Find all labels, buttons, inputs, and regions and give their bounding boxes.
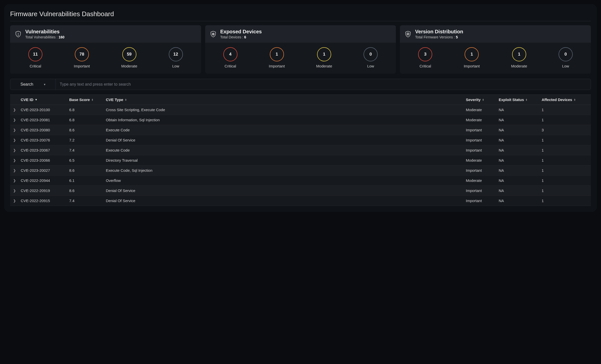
stat-value: 0 [364, 47, 378, 61]
stat-moderate[interactable]: 59 Moderate [121, 47, 137, 68]
column-affected-devices[interactable]: Affected Devices ▲▼ [542, 98, 591, 102]
column-exploit-status[interactable]: Exploit Status ▲▼ [499, 98, 542, 102]
stat-important[interactable]: 78 Important [74, 47, 90, 68]
stat-important[interactable]: 1 Important [464, 47, 480, 68]
stat-moderate[interactable]: 1 Moderate [511, 47, 527, 68]
column-cve-type[interactable]: CVE Type ▲▼ [106, 98, 466, 102]
stat-label: Important [269, 64, 285, 68]
table-row[interactable]: ❯CVE-2022-209157.4Denial Of ServiceImpor… [10, 196, 591, 206]
cell-cve-id: CVE-2023-20066 [19, 158, 69, 162]
cell-cve-type: Denial Of Service [106, 138, 466, 142]
sort-desc-icon: ▼ [35, 98, 37, 101]
cell-cve-type: Obtain Information, Sql Injection [106, 118, 466, 122]
stat-low[interactable]: 12 Low [169, 47, 183, 68]
expand-row-icon[interactable]: ❯ [10, 199, 19, 203]
cell-severity: Important [466, 148, 499, 152]
table-body: ❯CVE-2023-201006.8Cross Site Scripting, … [10, 105, 591, 206]
stat-value: 78 [75, 47, 89, 61]
subtitle-value: 6 [244, 35, 246, 39]
table-row[interactable]: ❯CVE-2023-200666.5Directory TraversalMod… [10, 155, 591, 165]
cell-base-score: 7.4 [69, 148, 106, 152]
cell-cve-type: Overflow [106, 178, 466, 183]
expand-row-icon[interactable]: ❯ [10, 138, 19, 142]
card-header: Exposed Devices Total Devices : 6 [205, 25, 396, 43]
shield-alert-icon [15, 31, 22, 38]
cell-exploit-status: NA [499, 178, 542, 183]
card-header: Vulnerabilities Total Vulnerabilities : … [10, 25, 201, 43]
stat-low[interactable]: 0 Low [364, 47, 378, 68]
column-cve-id[interactable]: CVE ID ▼ [19, 98, 69, 102]
stat-value: 1 [512, 47, 526, 61]
column-base-score[interactable]: Base Score ▲▼ [69, 98, 106, 102]
expand-row-icon[interactable]: ❯ [10, 168, 19, 172]
svg-line-11 [214, 35, 214, 35]
table-row[interactable]: ❯CVE-2022-209446.1OverflowModerateNA1 [10, 176, 591, 186]
table-row[interactable]: ❯CVE-2022-209198.6Denial Of ServiceImpor… [10, 186, 591, 196]
cell-cve-type: Denial Of Service [106, 188, 466, 193]
table-row[interactable]: ❯CVE-2023-200278.6Execute Code, Sql Inje… [10, 165, 591, 176]
cell-severity: Moderate [466, 108, 499, 112]
sort-icon: ▲▼ [91, 99, 93, 101]
stat-low[interactable]: 0 Low [559, 47, 573, 68]
stat-value: 59 [122, 47, 136, 61]
expand-row-icon[interactable]: ❯ [10, 179, 19, 182]
header-label: Severity [466, 98, 480, 102]
cell-base-score: 7.2 [69, 138, 106, 142]
cell-affected-devices: 1 [542, 148, 591, 152]
stat-label: Important [464, 64, 480, 68]
card-body: 11 Critical 78 Important 59 Moderate 12 … [10, 43, 201, 74]
cell-base-score: 6.8 [69, 118, 106, 122]
expand-row-icon[interactable]: ❯ [10, 128, 19, 132]
cell-severity: Moderate [466, 178, 499, 183]
cell-exploit-status: NA [499, 108, 542, 112]
cell-cve-id: CVE-2023-20081 [19, 118, 69, 122]
card-title: Vulnerabilities [25, 29, 64, 35]
expand-row-icon[interactable]: ❯ [10, 108, 19, 112]
stat-value: 12 [169, 47, 183, 61]
cell-affected-devices: 3 [542, 128, 591, 132]
table-row[interactable]: ❯CVE-2023-200808.6Execute CodeImportantN… [10, 125, 591, 135]
column-severity[interactable]: Severity ▲▼ [466, 98, 499, 102]
cell-exploit-status: NA [499, 158, 542, 162]
table-row[interactable]: ❯CVE-2023-201006.8Cross Site Scripting, … [10, 105, 591, 115]
stat-important[interactable]: 1 Important [269, 47, 285, 68]
cell-cve-id: CVE-2023-20027 [19, 168, 69, 173]
table-row[interactable]: ❯CVE-2023-200816.8Obtain Information, Sq… [10, 115, 591, 125]
subtitle-label: Total Firmware Versions : [415, 35, 456, 39]
expand-row-icon[interactable]: ❯ [10, 189, 19, 192]
stat-label: Important [74, 64, 90, 68]
cell-affected-devices: 1 [542, 168, 591, 173]
search-input[interactable] [56, 79, 591, 90]
card-subtitle: Total Vulnerabilities : 160 [25, 35, 64, 39]
cell-cve-type: Cross Site Scripting, Execute Code [106, 108, 466, 112]
cell-exploit-status: NA [499, 138, 542, 142]
table-row[interactable]: ❯CVE-2023-200767.2Denial Of ServiceImpor… [10, 135, 591, 145]
expand-row-icon[interactable]: ❯ [10, 158, 19, 162]
card-subtitle: Total Firmware Versions : 5 [415, 35, 463, 39]
stat-critical[interactable]: 11 Critical [28, 47, 42, 68]
sort-icon: ▲▼ [525, 99, 527, 101]
cell-severity: Important [466, 168, 499, 173]
stat-critical[interactable]: 4 Critical [223, 47, 237, 68]
cell-severity: Important [466, 199, 499, 203]
cell-cve-type: Execute Code [106, 148, 466, 152]
cell-affected-devices: 1 [542, 158, 591, 162]
cell-affected-devices: 1 [542, 178, 591, 183]
table-row[interactable]: ❯CVE-2023-200677.4Execute CodeImportantN… [10, 145, 591, 155]
cell-base-score: 7.4 [69, 199, 106, 203]
stat-value: 11 [28, 47, 42, 61]
expand-row-icon[interactable]: ❯ [10, 148, 19, 152]
stat-critical[interactable]: 3 Critical [418, 47, 432, 68]
cell-base-score: 8.6 [69, 128, 106, 132]
stat-label: Low [367, 64, 374, 68]
stat-moderate[interactable]: 1 Moderate [316, 47, 332, 68]
cell-exploit-status: NA [499, 128, 542, 132]
search-mode-select[interactable]: Search ▼ [10, 79, 56, 90]
expand-row-icon[interactable]: ❯ [10, 118, 19, 122]
vulnerabilities-card: Vulnerabilities Total Vulnerabilities : … [10, 25, 201, 74]
cell-affected-devices: 1 [542, 199, 591, 203]
cell-exploit-status: NA [499, 199, 542, 203]
stat-value: 3 [418, 47, 432, 61]
subtitle-label: Total Vulnerabilities : [25, 35, 59, 39]
cell-severity: Moderate [466, 158, 499, 162]
